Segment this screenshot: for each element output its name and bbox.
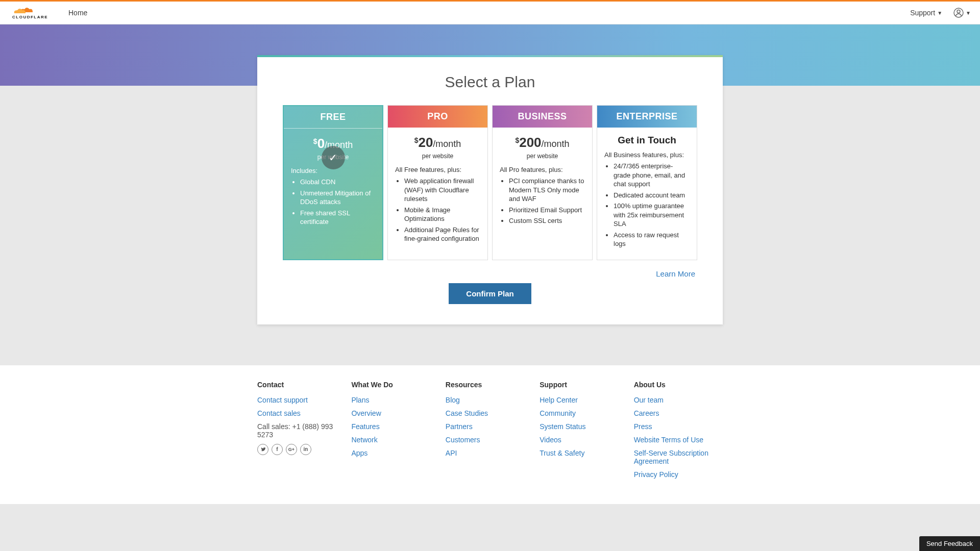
- svg-point-2: [957, 10, 960, 13]
- cloudflare-logo[interactable]: CLOUDFLARE: [9, 5, 54, 20]
- footer-call-sales: Call sales: +1 (888) 993 5273: [257, 422, 346, 439]
- footer-col-support: Support Help Center Community System Sta…: [540, 381, 628, 484]
- plan-feature: Global CDN: [300, 178, 375, 187]
- topbar: CLOUDFLARE Home Support ▼ ▼: [0, 2, 980, 24]
- plan-feature: Additional Page Rules for fine-grained c…: [404, 226, 480, 243]
- footer-link[interactable]: Network: [351, 436, 440, 444]
- plan-feature: Prioritized Email Support: [509, 206, 585, 215]
- footer-heading: Resources: [446, 381, 534, 389]
- footer-link[interactable]: Privacy Policy: [634, 470, 723, 479]
- footer-link[interactable]: Our team: [634, 396, 723, 404]
- footer-heading: About Us: [634, 381, 723, 389]
- footer-link[interactable]: Overview: [351, 409, 440, 417]
- plan-enterprise[interactable]: ENTERPRISE Get in Touch All Business fea…: [597, 105, 697, 260]
- footer-link[interactable]: Help Center: [540, 396, 628, 404]
- footer-link[interactable]: Plans: [351, 396, 440, 404]
- chevron-down-icon: ▼: [966, 10, 971, 16]
- footer-link[interactable]: Self-Serve Subscription Agreement: [634, 449, 723, 465]
- footer-link[interactable]: Press: [634, 422, 723, 431]
- plan-feature: Mobile & Image Optimizations: [404, 206, 480, 223]
- footer-link[interactable]: Website Terms of Use: [634, 436, 723, 444]
- footer-col-resources: Resources Blog Case Studies Partners Cus…: [446, 381, 534, 484]
- footer-col-about: About Us Our team Careers Press Website …: [634, 381, 723, 484]
- footer-col-whatwedo: What We Do Plans Overview Features Netwo…: [351, 381, 440, 484]
- plan-name: PRO: [388, 106, 487, 128]
- plan-feature: Unmetered Mitigation of DDoS attacks: [300, 189, 375, 207]
- plan-intro: All Free features, plus:: [395, 166, 480, 173]
- plan-feature: Access to raw request logs: [614, 231, 690, 248]
- support-label: Support: [910, 9, 935, 17]
- footer-link[interactable]: Customers: [446, 436, 534, 444]
- plan-feature: Free shared SSL certificate: [300, 209, 375, 227]
- plan-card: Select a Plan FREE $0/month per website …: [257, 55, 723, 324]
- plan-name: BUSINESS: [493, 106, 592, 128]
- check-icon: ✓: [322, 146, 345, 169]
- plan-business[interactable]: BUSINESS $200/month per website All Pro …: [492, 105, 593, 260]
- plan-feature: Dedicated account team: [614, 191, 690, 200]
- footer-link[interactable]: Videos: [540, 436, 628, 444]
- plan-name: FREE: [284, 106, 382, 129]
- footer-link[interactable]: Apps: [351, 449, 440, 457]
- per-website: per website: [395, 153, 480, 160]
- svg-text:CLOUDFLARE: CLOUDFLARE: [12, 15, 48, 19]
- chevron-down-icon: ▼: [937, 10, 942, 16]
- footer-link[interactable]: Blog: [446, 396, 534, 404]
- footer-heading: Contact: [257, 381, 346, 389]
- plan-feature: PCI compliance thanks to Modern TLS Only…: [509, 177, 585, 204]
- footer-link[interactable]: Careers: [634, 409, 723, 417]
- footer-heading: What We Do: [351, 381, 440, 389]
- footer-link[interactable]: Case Studies: [446, 409, 534, 417]
- linkedin-icon[interactable]: in: [300, 444, 311, 455]
- plan-name: ENTERPRISE: [597, 106, 697, 128]
- footer-link[interactable]: Trust & Safety: [540, 449, 628, 457]
- google-plus-icon[interactable]: G+: [286, 444, 297, 455]
- confirm-plan-button[interactable]: Confirm Plan: [449, 283, 531, 304]
- plan-intro: All Business features, plus:: [604, 151, 690, 159]
- plan-price: $200/month: [500, 135, 585, 151]
- footer-link[interactable]: API: [446, 449, 534, 457]
- per-website: per website: [500, 153, 585, 160]
- footer-link[interactable]: Partners: [446, 422, 534, 431]
- enterprise-headline: Get in Touch: [604, 135, 690, 146]
- plan-intro: All Pro features, plus:: [500, 166, 585, 173]
- plan-price: $20/month: [395, 135, 480, 151]
- plan-feature: Web application firewall (WAF) with Clou…: [404, 177, 480, 204]
- plan-feature: 100% uptime guarantee with 25x reimburse…: [614, 202, 690, 229]
- footer-link[interactable]: Community: [540, 409, 628, 417]
- footer-link[interactable]: System Status: [540, 422, 628, 431]
- footer-heading: Support: [540, 381, 628, 389]
- plan-feature: 24/7/365 enterprise-grade phone, email, …: [614, 162, 690, 189]
- plan-feature: Custom SSL certs: [509, 216, 585, 226]
- facebook-icon[interactable]: f: [272, 444, 283, 455]
- plan-free[interactable]: FREE $0/month per website ✓ Includes: Gl…: [283, 105, 383, 260]
- footer-link[interactable]: Features: [351, 422, 440, 431]
- footer-link[interactable]: Contact support: [257, 396, 346, 404]
- support-menu[interactable]: Support ▼: [910, 9, 942, 17]
- user-icon: [953, 8, 964, 18]
- footer-col-contact: Contact Contact support Contact sales Ca…: [257, 381, 346, 484]
- nav-home[interactable]: Home: [68, 9, 87, 17]
- page-title: Select a Plan: [285, 73, 695, 91]
- twitter-icon[interactable]: [257, 444, 268, 455]
- footer: Contact Contact support Contact sales Ca…: [0, 365, 980, 504]
- learn-more-link[interactable]: Learn More: [656, 269, 695, 278]
- plan-pro[interactable]: PRO $20/month per website All Free featu…: [387, 105, 488, 260]
- footer-link[interactable]: Contact sales: [257, 409, 346, 417]
- profile-menu[interactable]: ▼: [953, 8, 971, 18]
